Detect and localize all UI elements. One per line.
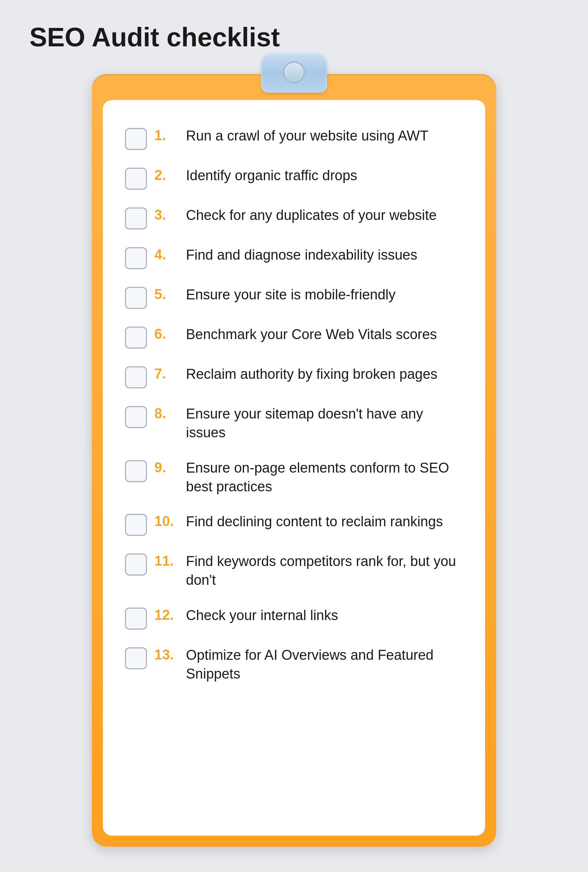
item-content-3: 3. Check for any duplicates of your webs… [154,206,463,225]
checklist-item[interactable]: 3. Check for any duplicates of your webs… [125,198,463,238]
item-number-11: 11. [154,553,180,570]
checkbox-2[interactable] [125,168,147,190]
item-text-1: Run a crawl of your website using AWT [186,126,429,145]
checklist-item[interactable]: 1. Run a crawl of your website using AWT [125,119,463,158]
clipboard-clip [261,52,327,93]
item-text-10: Find declining content to reclaim rankin… [186,512,443,531]
item-number-7: 7. [154,365,180,382]
item-content-11: 11. Find keywords competitors rank for, … [154,552,463,590]
item-text-9: Ensure on-page elements conform to SEO b… [186,459,463,496]
item-text-11: Find keywords competitors rank for, but … [186,552,463,590]
item-text-8: Ensure your sitemap doesn't have any iss… [186,404,463,442]
checkbox-9[interactable] [125,460,147,482]
item-number-9: 9. [154,459,180,476]
item-content-13: 13. Optimize for AI Overviews and Featur… [154,646,463,684]
checklist-item[interactable]: 7. Reclaim authority by fixing broken pa… [125,357,463,397]
item-number-3: 3. [154,207,180,224]
item-text-4: Find and diagnose indexability issues [186,246,417,265]
checkbox-3[interactable] [125,207,147,230]
checklist: 1. Run a crawl of your website using AWT… [125,119,463,692]
checkbox-10[interactable] [125,514,147,536]
checklist-item[interactable]: 13. Optimize for AI Overviews and Featur… [125,638,463,692]
item-content-5: 5. Ensure your site is mobile-friendly [154,286,463,304]
item-content-7: 7. Reclaim authority by fixing broken pa… [154,365,463,383]
item-content-1: 1. Run a crawl of your website using AWT [154,126,463,145]
checklist-item[interactable]: 6. Benchmark your Core Web Vitals scores [125,317,463,357]
checkbox-4[interactable] [125,247,147,269]
item-text-6: Benchmark your Core Web Vitals scores [186,325,437,344]
item-content-6: 6. Benchmark your Core Web Vitals scores [154,325,463,344]
item-text-13: Optimize for AI Overviews and Featured S… [186,646,463,684]
checkbox-12[interactable] [125,607,147,630]
checklist-item[interactable]: 10. Find declining content to reclaim ra… [125,504,463,544]
checkbox-13[interactable] [125,647,147,669]
item-content-10: 10. Find declining content to reclaim ra… [154,512,463,531]
item-content-12: 12. Check your internal links [154,606,463,625]
item-text-3: Check for any duplicates of your website [186,206,436,225]
checkbox-6[interactable] [125,326,147,349]
item-number-10: 10. [154,513,180,530]
checkbox-8[interactable] [125,406,147,428]
item-text-12: Check your internal links [186,606,338,625]
item-number-6: 6. [154,326,180,343]
item-content-4: 4. Find and diagnose indexability issues [154,246,463,265]
item-content-9: 9. Ensure on-page elements conform to SE… [154,459,463,496]
checklist-item[interactable]: 8. Ensure your sitemap doesn't have any … [125,397,463,451]
item-text-7: Reclaim authority by fixing broken pages [186,365,437,383]
item-content-8: 8. Ensure your sitemap doesn't have any … [154,404,463,442]
checklist-item[interactable]: 9. Ensure on-page elements conform to SE… [125,451,463,505]
item-number-8: 8. [154,405,180,422]
checkbox-1[interactable] [125,128,147,150]
item-number-5: 5. [154,286,180,303]
clipboard-paper: 1. Run a crawl of your website using AWT… [103,100,485,836]
item-number-4: 4. [154,247,180,263]
checklist-item[interactable]: 2. Identify organic traffic drops [125,158,463,198]
item-number-2: 2. [154,167,180,184]
item-content-2: 2. Identify organic traffic drops [154,166,463,185]
clipboard-board: 1. Run a crawl of your website using AWT… [92,74,496,846]
checkbox-5[interactable] [125,287,147,309]
checklist-item[interactable]: 4. Find and diagnose indexability issues [125,238,463,277]
item-text-5: Ensure your site is mobile-friendly [186,286,395,304]
checklist-item[interactable]: 5. Ensure your site is mobile-friendly [125,277,463,317]
checkbox-7[interactable] [125,366,147,388]
checklist-item[interactable]: 11. Find keywords competitors rank for, … [125,544,463,598]
clipboard: 1. Run a crawl of your website using AWT… [92,74,496,846]
item-number-12: 12. [154,607,180,624]
page-title: SEO Audit checklist [29,22,280,52]
item-text-2: Identify organic traffic drops [186,166,357,185]
checkbox-11[interactable] [125,553,147,576]
item-number-1: 1. [154,127,180,144]
checklist-item[interactable]: 12. Check your internal links [125,598,463,638]
item-number-13: 13. [154,646,180,663]
